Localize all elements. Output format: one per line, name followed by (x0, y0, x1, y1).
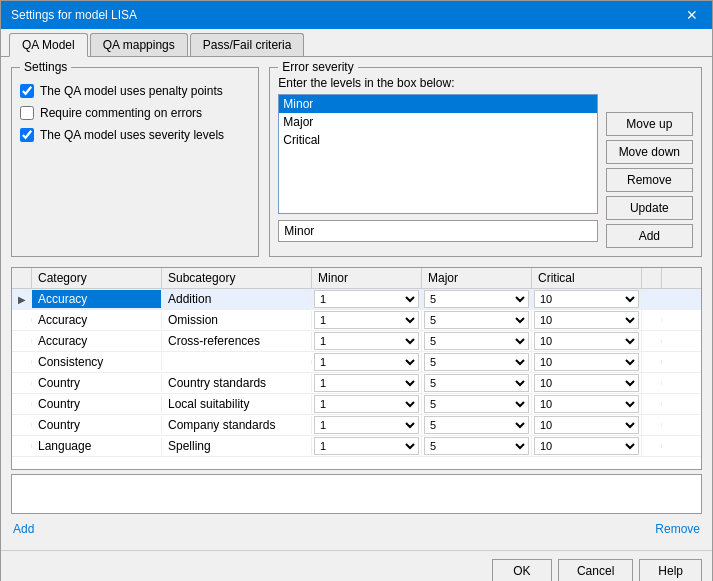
row-subcategory: Local suitability (162, 395, 312, 413)
help-button[interactable]: Help (639, 559, 702, 581)
table-row[interactable]: LanguageSpelling123456789101234567891012… (12, 436, 701, 457)
critical-select[interactable]: 12345678910 (534, 332, 639, 350)
major-select[interactable]: 12345678910 (424, 290, 529, 308)
row-scroll-space (642, 402, 662, 406)
row-major[interactable]: 12345678910 (422, 415, 532, 435)
row-critical[interactable]: 12345678910 (532, 310, 642, 330)
minor-select[interactable]: 12345678910 (314, 332, 419, 350)
major-select[interactable]: 12345678910 (424, 374, 529, 392)
minor-select[interactable]: 12345678910 (314, 290, 419, 308)
row-major[interactable]: 12345678910 (422, 394, 532, 414)
row-arrow: ▶ (12, 292, 32, 307)
row-critical[interactable]: 12345678910 (532, 352, 642, 372)
major-select[interactable]: 12345678910 (424, 353, 529, 371)
minor-select[interactable]: 12345678910 (314, 353, 419, 371)
row-arrow (12, 360, 32, 364)
critical-select[interactable]: 12345678910 (534, 290, 639, 308)
row-major[interactable]: 12345678910 (422, 436, 532, 456)
commenting-checkbox[interactable] (20, 106, 34, 120)
cancel-button[interactable]: Cancel (558, 559, 633, 581)
minor-select[interactable]: 12345678910 (314, 311, 419, 329)
critical-select[interactable]: 12345678910 (534, 311, 639, 329)
move-up-button[interactable]: Move up (606, 112, 693, 136)
row-arrow (12, 444, 32, 448)
tab-qa-mappings[interactable]: QA mappings (90, 33, 188, 56)
table-wrapper: Category Subcategory Minor Major Critica… (11, 267, 702, 470)
close-button[interactable]: ✕ (682, 7, 702, 23)
major-select[interactable]: 12345678910 (424, 437, 529, 455)
header-arrow (12, 268, 32, 288)
critical-select[interactable]: 12345678910 (534, 416, 639, 434)
table-row[interactable]: CountryCompany standards1234567891012345… (12, 415, 701, 436)
row-minor[interactable]: 12345678910 (312, 415, 422, 435)
table-row[interactable]: CountryLocal suitability1234567891012345… (12, 394, 701, 415)
remove-button[interactable]: Remove (606, 168, 693, 192)
row-major[interactable]: 12345678910 (422, 289, 532, 309)
severity-checkbox[interactable] (20, 128, 34, 142)
row-major[interactable]: 12345678910 (422, 373, 532, 393)
remove-row-button[interactable]: Remove (655, 522, 700, 536)
row-scroll-space (642, 444, 662, 448)
row-arrow (12, 423, 32, 427)
row-major[interactable]: 12345678910 (422, 352, 532, 372)
minor-select[interactable]: 12345678910 (314, 395, 419, 413)
row-minor[interactable]: 12345678910 (312, 352, 422, 372)
move-down-button[interactable]: Move down (606, 140, 693, 164)
minor-select[interactable]: 12345678910 (314, 437, 419, 455)
major-select[interactable]: 12345678910 (424, 416, 529, 434)
title-bar: Settings for model LISA ✕ (1, 1, 712, 29)
add-severity-button[interactable]: Add (606, 224, 693, 248)
major-select[interactable]: 12345678910 (424, 332, 529, 350)
row-subcategory: Omission (162, 311, 312, 329)
row-minor[interactable]: 12345678910 (312, 331, 422, 351)
critical-select[interactable]: 12345678910 (534, 395, 639, 413)
minor-select[interactable]: 12345678910 (314, 416, 419, 434)
table-row[interactable]: AccuracyOmission123456789101234567891012… (12, 310, 701, 331)
tab-qa-model[interactable]: QA Model (9, 33, 88, 57)
row-critical[interactable]: 12345678910 (532, 373, 642, 393)
row-subcategory: Spelling (162, 437, 312, 455)
ok-button[interactable]: OK (492, 559, 552, 581)
severity-text-input[interactable] (278, 220, 597, 242)
detail-text-area[interactable] (11, 474, 702, 514)
row-minor[interactable]: 12345678910 (312, 394, 422, 414)
main-window: Settings for model LISA ✕ QA Model QA ma… (0, 0, 713, 581)
row-major[interactable]: 12345678910 (422, 310, 532, 330)
row-minor[interactable]: 12345678910 (312, 436, 422, 456)
row-arrow (12, 318, 32, 322)
row-critical[interactable]: 12345678910 (532, 289, 642, 309)
row-category: Accuracy (32, 332, 162, 350)
severity-list[interactable]: Minor Major Critical (278, 94, 597, 214)
critical-select[interactable]: 12345678910 (534, 353, 639, 371)
row-major[interactable]: 12345678910 (422, 331, 532, 351)
critical-select[interactable]: 12345678910 (534, 374, 639, 392)
major-select[interactable]: 12345678910 (424, 395, 529, 413)
severity-item-major[interactable]: Major (279, 113, 596, 131)
major-select[interactable]: 12345678910 (424, 311, 529, 329)
row-critical[interactable]: 12345678910 (532, 415, 642, 435)
row-scroll-space (642, 339, 662, 343)
update-button[interactable]: Update (606, 196, 693, 220)
severity-item-critical[interactable]: Critical (279, 131, 596, 149)
minor-select[interactable]: 12345678910 (314, 374, 419, 392)
table-row[interactable]: ▶AccuracyAddition12345678910123456789101… (12, 289, 701, 310)
table-row[interactable]: Consistency12345678910123456789101234567… (12, 352, 701, 373)
severity-item-minor[interactable]: Minor (279, 95, 596, 113)
tab-pass-fail[interactable]: Pass/Fail criteria (190, 33, 305, 56)
table-row[interactable]: CountryCountry standards1234567891012345… (12, 373, 701, 394)
critical-select[interactable]: 12345678910 (534, 437, 639, 455)
table-row[interactable]: AccuracyCross-references1234567891012345… (12, 331, 701, 352)
row-minor[interactable]: 12345678910 (312, 373, 422, 393)
row-critical[interactable]: 12345678910 (532, 331, 642, 351)
row-minor[interactable]: 12345678910 (312, 289, 422, 309)
penalty-checkbox[interactable] (20, 84, 34, 98)
settings-group: Settings The QA model uses penalty point… (11, 67, 259, 257)
row-critical[interactable]: 12345678910 (532, 394, 642, 414)
row-category: Accuracy (32, 290, 162, 308)
row-arrow (12, 381, 32, 385)
row-minor[interactable]: 12345678910 (312, 310, 422, 330)
add-row-button[interactable]: Add (13, 522, 34, 536)
dialog-footer: OK Cancel Help (1, 550, 712, 581)
row-critical[interactable]: 12345678910 (532, 436, 642, 456)
row-scroll-space (642, 381, 662, 385)
